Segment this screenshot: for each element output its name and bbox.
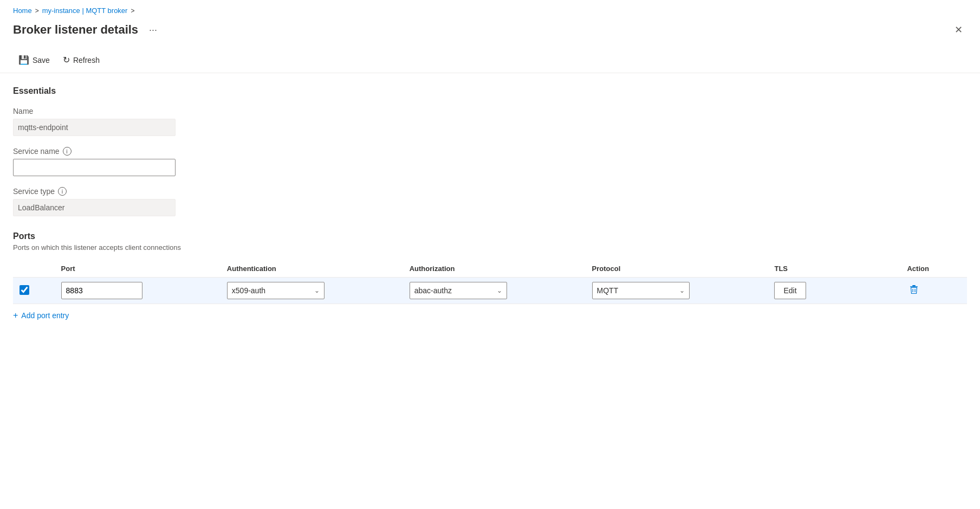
authorization-dropdown[interactable]: abac-authz ⌄ bbox=[410, 282, 507, 299]
authorization-value: abac-authz bbox=[414, 286, 452, 295]
authentication-value: x509-auth bbox=[232, 286, 265, 295]
page-title: Broker listener details bbox=[13, 23, 138, 37]
ports-table: Port Authentication Authorization Protoc… bbox=[13, 260, 967, 304]
row-auth-cell: x509-auth ⌄ bbox=[220, 278, 403, 304]
refresh-label: Refresh bbox=[73, 56, 100, 65]
col-header-action: Action bbox=[900, 260, 967, 278]
tls-edit-button[interactable]: Edit bbox=[774, 282, 806, 299]
authentication-dropdown[interactable]: x509-auth ⌄ bbox=[227, 282, 324, 299]
close-button[interactable]: ✕ bbox=[950, 21, 967, 38]
more-options-button[interactable]: ··· bbox=[145, 22, 161, 38]
refresh-button[interactable]: ↻ Refresh bbox=[57, 51, 105, 68]
ports-subtitle: Ports on which this listener accepts cli… bbox=[13, 243, 967, 252]
ports-title: Ports bbox=[13, 231, 967, 241]
ports-section: Ports Ports on which this listener accep… bbox=[13, 231, 967, 320]
essentials-title: Essentials bbox=[13, 86, 967, 96]
svg-rect-1 bbox=[910, 286, 918, 287]
service-type-info-icon[interactable]: i bbox=[58, 187, 67, 196]
authorization-dropdown-arrow: ⌄ bbox=[497, 287, 502, 294]
col-header-authentication: Authentication bbox=[220, 260, 403, 278]
service-name-info-icon[interactable]: i bbox=[63, 147, 72, 156]
protocol-dropdown-arrow: ⌄ bbox=[679, 287, 685, 294]
service-name-field-group: Service name i bbox=[13, 147, 967, 176]
header: Broker listener details ··· ✕ bbox=[0, 19, 980, 47]
service-name-input[interactable] bbox=[13, 159, 176, 176]
service-name-label-text: Service name bbox=[13, 147, 60, 156]
row-authz-cell: abac-authz ⌄ bbox=[403, 278, 586, 304]
ports-table-body: x509-auth ⌄ abac-authz ⌄ bbox=[13, 278, 967, 304]
name-label: Name bbox=[13, 107, 967, 115]
protocol-dropdown[interactable]: MQTT ⌄ bbox=[592, 282, 690, 299]
port-input[interactable] bbox=[61, 282, 142, 299]
col-header-protocol: Protocol bbox=[586, 260, 768, 278]
header-left: Broker listener details ··· bbox=[13, 22, 161, 38]
col-header-port: Port bbox=[55, 260, 220, 278]
row-checkbox[interactable] bbox=[20, 285, 29, 295]
breadcrumb-instance[interactable]: my-instance | MQTT broker bbox=[42, 7, 128, 15]
name-field-group: Name bbox=[13, 107, 967, 136]
page-container: Home > my-instance | MQTT broker > Broke… bbox=[0, 0, 980, 509]
table-row: x509-auth ⌄ abac-authz ⌄ bbox=[13, 278, 967, 304]
add-entry-label: Add port entry bbox=[21, 311, 69, 320]
protocol-value: MQTT bbox=[597, 286, 619, 295]
authentication-dropdown-arrow: ⌄ bbox=[314, 287, 320, 294]
content: Essentials Name Service name i Service t… bbox=[0, 73, 980, 333]
breadcrumb: Home > my-instance | MQTT broker > bbox=[0, 0, 980, 19]
service-type-field-group: Service type i bbox=[13, 187, 967, 216]
essentials-section: Essentials Name Service name i Service t… bbox=[13, 86, 967, 216]
col-header-tls: TLS bbox=[768, 260, 900, 278]
service-name-label-container: Service name i bbox=[13, 147, 967, 156]
row-port-cell bbox=[55, 278, 220, 304]
delete-row-button[interactable] bbox=[907, 284, 921, 299]
breadcrumb-home[interactable]: Home bbox=[13, 7, 32, 15]
breadcrumb-sep-1: > bbox=[35, 7, 39, 15]
row-protocol-cell: MQTT ⌄ bbox=[586, 278, 768, 304]
service-type-label-container: Service type i bbox=[13, 187, 967, 196]
col-header-checkbox bbox=[13, 260, 55, 278]
col-header-authorization: Authorization bbox=[403, 260, 586, 278]
add-port-entry-button[interactable]: + Add port entry bbox=[13, 304, 967, 320]
save-icon: 💾 bbox=[18, 55, 29, 65]
add-plus-icon: + bbox=[13, 311, 18, 320]
save-label: Save bbox=[33, 56, 50, 65]
breadcrumb-sep-2: > bbox=[131, 7, 134, 15]
service-type-label-text: Service type bbox=[13, 187, 55, 196]
toolbar: 💾 Save ↻ Refresh bbox=[0, 47, 980, 73]
row-action-cell bbox=[900, 278, 967, 304]
row-checkbox-cell bbox=[13, 278, 55, 304]
svg-rect-0 bbox=[912, 285, 916, 286]
row-tls-cell: Edit bbox=[768, 278, 900, 304]
name-input bbox=[13, 119, 176, 136]
ports-table-header: Port Authentication Authorization Protoc… bbox=[13, 260, 967, 278]
save-button[interactable]: 💾 Save bbox=[13, 51, 55, 68]
refresh-icon: ↻ bbox=[63, 55, 70, 65]
service-type-input bbox=[13, 199, 176, 216]
